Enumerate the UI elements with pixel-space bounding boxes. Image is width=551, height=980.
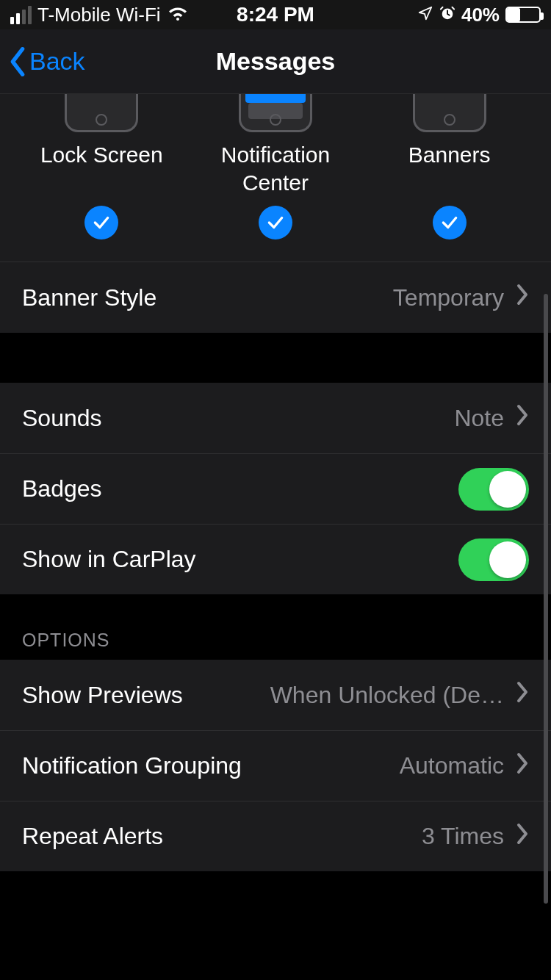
phone-preview-icon [65, 94, 138, 132]
phone-preview-icon [239, 94, 312, 132]
row-show-previews[interactable]: Show Previews When Unlocked (De… [0, 660, 551, 730]
row-notification-grouping[interactable]: Notification Grouping Automatic [0, 730, 551, 801]
chevron-right-icon [516, 752, 529, 780]
row-label: Notification Grouping [22, 752, 242, 779]
row-label: Show in CarPlay [22, 546, 196, 573]
row-carplay: Show in CarPlay [0, 524, 551, 594]
chevron-right-icon [516, 284, 529, 311]
alert-option-lockscreen[interactable]: Lock Screen [28, 94, 175, 239]
chevron-right-icon [516, 404, 529, 432]
status-bar: T-Mobile Wi-Fi 8:24 PM 40% [0, 0, 551, 29]
phone-preview-icon [413, 94, 486, 132]
back-button[interactable]: Back [0, 47, 85, 76]
checkmark-icon [433, 206, 467, 239]
row-label: Sounds [22, 405, 102, 432]
alert-option-label: Notification Center [202, 141, 349, 198]
row-label: Repeat Alerts [22, 823, 163, 850]
alarm-icon [439, 4, 455, 26]
row-repeat-alerts[interactable]: Repeat Alerts 3 Times [0, 801, 551, 871]
row-value: 3 Times [422, 823, 504, 850]
row-banner-style[interactable]: Banner Style Temporary [0, 262, 551, 333]
chevron-right-icon [516, 681, 529, 709]
carrier-label: T-Mobile Wi-Fi [37, 4, 161, 26]
alert-option-banners[interactable]: Banners [376, 94, 523, 239]
row-sounds[interactable]: Sounds Note [0, 383, 551, 453]
alert-option-label: Banners [408, 141, 491, 198]
battery-percent: 40% [461, 4, 500, 26]
row-label: Show Previews [22, 682, 183, 709]
alert-option-label: Lock Screen [40, 141, 163, 198]
row-value: When Unlocked (De… [270, 682, 504, 709]
alert-option-notification-center[interactable]: Notification Center [202, 94, 349, 239]
row-value: Automatic [400, 752, 504, 779]
battery-icon [505, 7, 541, 23]
nav-bar: Back Messages [0, 29, 551, 94]
alerts-section: Lock Screen Notification Center Banners [0, 94, 551, 262]
row-badges: Badges [0, 453, 551, 524]
row-value: Note [454, 405, 504, 432]
scrollbar[interactable] [544, 294, 548, 904]
signal-icon [10, 6, 32, 24]
chevron-right-icon [516, 823, 529, 851]
chevron-left-icon [7, 47, 28, 76]
wifi-icon [167, 4, 189, 26]
section-header-options: OPTIONS [0, 594, 551, 660]
back-label: Back [29, 47, 85, 76]
checkmark-icon [84, 206, 118, 239]
row-label: Banner Style [22, 284, 156, 311]
toggle-carplay[interactable] [458, 538, 529, 581]
location-icon [417, 4, 433, 26]
row-value: Temporary [393, 284, 504, 311]
toggle-badges[interactable] [458, 468, 529, 511]
row-label: Badges [22, 475, 102, 502]
checkmark-icon [259, 206, 292, 239]
